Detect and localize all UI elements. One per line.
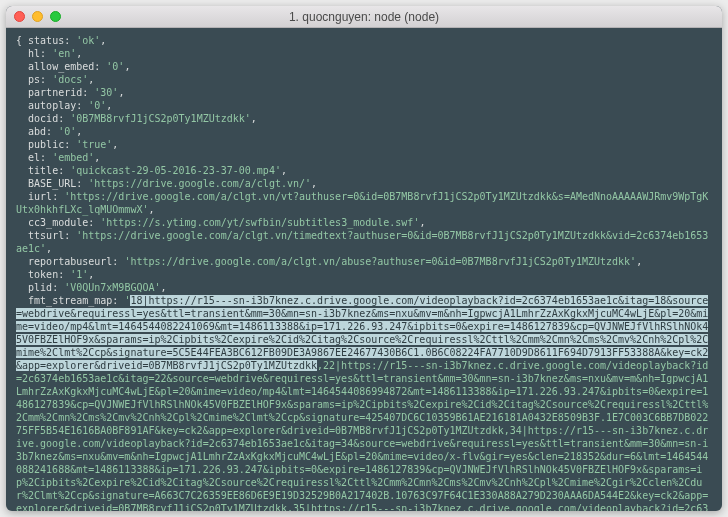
terminal-output[interactable]: { status: 'ok', hl: 'en', allow_embed: '…	[6, 28, 722, 511]
titlebar[interactable]: 1. quocnguyen: node (node)	[6, 6, 722, 28]
minimize-icon[interactable]	[32, 11, 43, 22]
traffic-lights	[14, 11, 61, 22]
terminal-window: 1. quocnguyen: node (node) { status: 'ok…	[6, 6, 722, 511]
zoom-icon[interactable]	[50, 11, 61, 22]
close-icon[interactable]	[14, 11, 25, 22]
window-title: 1. quocnguyen: node (node)	[6, 10, 722, 24]
